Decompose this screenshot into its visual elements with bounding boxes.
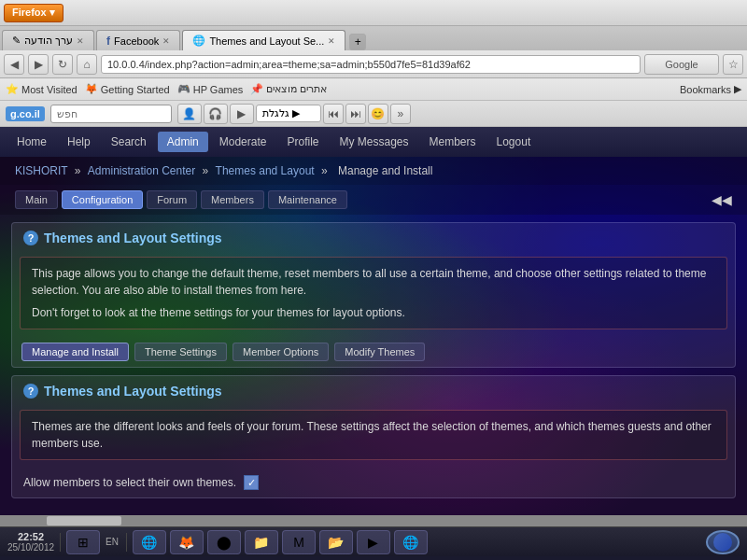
allow-members-checkbox[interactable] — [244, 475, 259, 490]
nav-admin[interactable]: Admin — [158, 132, 208, 152]
hebrew-icon: 📌 — [250, 83, 263, 95]
taskbar-media[interactable]: ▶ — [357, 530, 390, 554]
tab-icon-3: 🌐 — [192, 35, 205, 47]
forward-button[interactable]: ▶ — [28, 54, 49, 75]
bookmark-hebrew[interactable]: 📌 אתרים מוצאים — [250, 83, 327, 95]
taskbar-browser[interactable]: 🌐 — [133, 530, 166, 554]
nav-help[interactable]: Help — [58, 132, 100, 152]
new-tab-button[interactable]: + — [349, 34, 366, 50]
tab-close-2[interactable]: ✕ — [162, 36, 170, 46]
toolbar-smiley[interactable]: 😊 — [368, 104, 388, 124]
media-prev[interactable]: ⏮ — [323, 104, 344, 124]
breadcrumb-sep-2: » — [203, 164, 212, 177]
inner-tab-modify-themes[interactable]: Modify Themes — [334, 343, 425, 361]
top-nav: Home Help Search Admin Moderate Profile … — [0, 127, 747, 157]
allow-members-label: Allow members to select their own themes… — [23, 476, 236, 489]
browser-tab-2[interactable]: f Facebook ✕ — [96, 30, 180, 50]
scrollbar-thumb[interactable] — [47, 516, 121, 525]
bookmarks-star[interactable]: ☆ — [723, 54, 743, 75]
sub-tabs: Main Configuration Forum Members Mainten… — [0, 185, 747, 215]
setting-row-themes: Allow members to select their own themes… — [12, 468, 735, 497]
bookmark-hp-games[interactable]: 🎮 HP Games — [177, 83, 244, 95]
nav-home[interactable]: Home — [7, 132, 56, 152]
section-1-title-text: Themes and Layout Settings — [44, 231, 222, 245]
browser-tab-1[interactable]: ✎ ערך הודעה ✕ — [2, 30, 94, 50]
nav-profile[interactable]: Profile — [277, 132, 328, 152]
tab-icon-2: f — [106, 35, 110, 48]
section-1-help-icon[interactable]: ? — [23, 231, 38, 245]
reload-button[interactable]: ↻ — [52, 54, 73, 75]
browser-nav-bar: ◀ ▶ ↻ ⌂ 10.0.0.4/index.php?action=admin;… — [0, 50, 747, 78]
section-2-title: ? Themes and Layout Settings — [12, 376, 735, 406]
inner-tab-manage-install[interactable]: Manage and Install — [21, 343, 129, 361]
bookmarks-text: Bookmarks — [680, 84, 731, 95]
site-label: g.co.il — [6, 107, 45, 120]
getting-started-label: Getting Started — [101, 84, 170, 95]
taskbar-show-desktop[interactable]: ⊞ — [66, 530, 100, 554]
nav-logout[interactable]: Logout — [487, 132, 541, 152]
toolbar-btn-2[interactable]: 🎧 — [204, 104, 228, 124]
tab-close-1[interactable]: ✕ — [77, 36, 84, 46]
tab-label-1: ערך הודעה — [24, 35, 73, 47]
windows-logo — [713, 533, 732, 552]
browser-tabs-bar: ✎ ערך הודעה ✕ f Facebook ✕ 🌐 Themes and … — [0, 26, 747, 50]
nav-mymessages[interactable]: My Messages — [330, 132, 417, 152]
breadcrumb-kishorit[interactable]: KISHORIT — [15, 164, 67, 177]
address-bar[interactable]: 10.0.0.4/index.php?action=admin;area=the… — [101, 55, 641, 74]
page-content: Home Help Search Admin Moderate Profile … — [0, 127, 747, 515]
media-player: גלגלת ▶ — [256, 105, 321, 122]
bookmark-getting-started[interactable]: 🦊 Getting Started — [85, 83, 170, 95]
nav-members[interactable]: Members — [420, 132, 486, 152]
home-button[interactable]: ⌂ — [77, 54, 97, 75]
sub-tab-forum[interactable]: Forum — [147, 190, 197, 209]
taskbar-sep-2 — [126, 533, 127, 552]
tab-close-3[interactable]: ✕ — [328, 36, 335, 46]
toolbar-more[interactable]: » — [390, 104, 411, 124]
inner-tab-member-options[interactable]: Member Options — [233, 343, 329, 361]
section-2-text: Themes are the different looks and feels… — [32, 418, 715, 452]
bookmark-most-visited[interactable]: ⭐ Most Visited — [6, 83, 78, 95]
nav-search[interactable]: Search — [102, 132, 156, 152]
site-input[interactable] — [50, 105, 172, 123]
taskbar-firefox[interactable]: 🦊 — [170, 530, 204, 554]
taskbar-ie[interactable]: 🌐 — [394, 530, 428, 554]
breadcrumb-current: Manage and Install — [338, 164, 432, 177]
inner-tabs: Manage and Install Theme Settings Member… — [12, 337, 735, 367]
section-2-help-icon[interactable]: ? — [23, 384, 38, 399]
sub-tab-maintenance[interactable]: Maintenance — [268, 190, 347, 209]
breadcrumb-admin-center[interactable]: Administration Center — [88, 164, 195, 177]
inner-tab-theme-settings[interactable]: Theme Settings — [134, 343, 227, 361]
media-next[interactable]: ⏭ — [345, 104, 366, 124]
sub-tab-collapse[interactable]: ◀◀ — [712, 192, 732, 207]
start-button[interactable] — [706, 530, 740, 554]
taskbar-files[interactable]: 📂 — [319, 530, 353, 554]
section-1-text-2: Don't forget to look at the theme settin… — [32, 304, 715, 321]
taskbar-chrome[interactable]: ⬤ — [207, 530, 241, 554]
date-display: 25/10/2012 — [7, 542, 54, 553]
sub-tab-main[interactable]: Main — [15, 190, 58, 209]
firefox-button[interactable]: Firefox ▾ — [4, 4, 63, 22]
site-brand: g.co.il — [6, 106, 45, 121]
taskbar-app1[interactable]: M — [282, 530, 316, 554]
back-button[interactable]: ◀ — [4, 54, 24, 75]
sub-tab-configuration[interactable]: Configuration — [62, 190, 143, 209]
taskbar-sep-1 — [60, 533, 61, 552]
bookmarks-link[interactable]: Bookmarks ▶ — [680, 83, 741, 95]
breadcrumb: KISHORIT » Administration Center » Theme… — [0, 157, 747, 185]
address-text: 10.0.0.4/index.php?action=admin;area=the… — [107, 59, 471, 70]
section-1-text-1: This page allows you to change the defau… — [32, 265, 715, 299]
breadcrumb-themes-layout[interactable]: Themes and Layout — [216, 164, 315, 177]
search-button[interactable]: Google — [644, 54, 719, 75]
section-2: ? Themes and Layout Settings Themes are … — [11, 375, 736, 498]
nav-moderate[interactable]: Moderate — [210, 132, 276, 152]
browser-tab-3[interactable]: 🌐 Themes and Layout Se... ✕ — [182, 30, 345, 50]
breadcrumb-sep-1: » — [75, 164, 84, 177]
sub-tab-members[interactable]: Members — [201, 190, 264, 209]
horizontal-scrollbar[interactable] — [0, 515, 747, 526]
hebrew-label: אתרים מוצאים — [266, 83, 327, 95]
toolbar-btn-3[interactable]: ▶ — [230, 104, 254, 124]
hp-games-label: HP Games — [193, 84, 244, 95]
taskbar-folder[interactable]: 📁 — [245, 530, 278, 554]
toolbar-btn-1[interactable]: 👤 — [177, 104, 202, 124]
section-1-title: ? Themes and Layout Settings — [12, 223, 735, 253]
